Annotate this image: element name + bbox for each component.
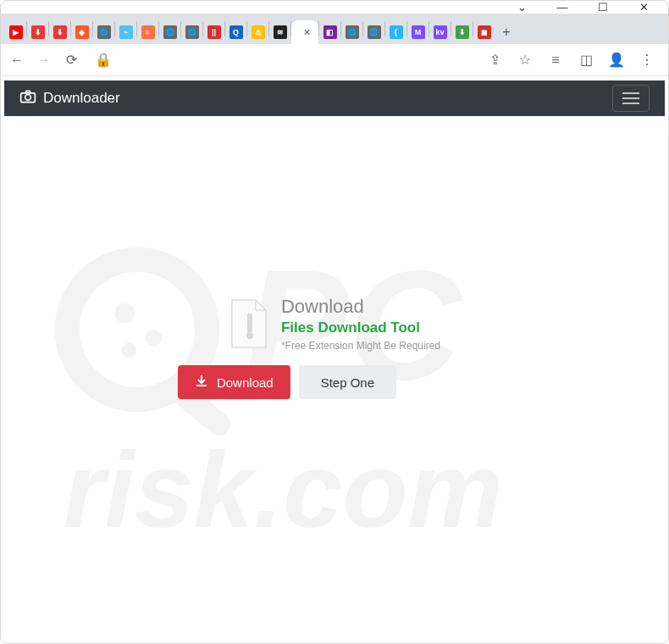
browser-tab[interactable]: ◆: [71, 20, 92, 44]
tab-favicon: 🌐: [368, 25, 381, 39]
tab-favicon: ~: [119, 25, 133, 39]
reload-button[interactable]: ⟳: [63, 52, 80, 68]
tab-favicon: 🌐: [163, 25, 177, 39]
tab-favicon: ≋: [274, 25, 287, 39]
svg-text:risk.com: risk.com: [63, 430, 502, 543]
browser-tab[interactable]: ⬇: [49, 20, 70, 44]
browser-tab[interactable]: 🌐: [181, 20, 202, 44]
window-maximize-button[interactable]: ☐: [594, 1, 611, 14]
site-brand[interactable]: Downloader: [19, 89, 120, 108]
browser-tab[interactable]: Q: [225, 20, 246, 44]
browser-tab[interactable]: ◧: [319, 20, 340, 44]
camera-icon: [19, 89, 36, 108]
site-header: Downloader: [4, 80, 665, 116]
back-button[interactable]: ←: [8, 53, 25, 68]
browser-tab-active[interactable]: ✕: [291, 20, 318, 44]
tab-close-icon[interactable]: ✕: [303, 27, 311, 38]
tab-favicon: ◼: [478, 25, 491, 39]
browser-tab[interactable]: kv: [429, 20, 451, 44]
tab-favicon: Q: [229, 25, 243, 39]
browser-tab[interactable]: ⚠: [247, 20, 268, 44]
svg-point-10: [246, 332, 253, 339]
browser-toolbar: ← → ⟳ 🔒 ⇪ ☆ ≡ ◫ 👤 ⋮: [0, 44, 669, 76]
tab-favicon: ⚠: [252, 25, 265, 39]
tab-favicon: ||: [207, 25, 221, 39]
tab-favicon: ◆: [75, 25, 89, 39]
download-title: Download: [281, 296, 440, 318]
tab-favicon: ≡: [141, 25, 155, 39]
step-one-button[interactable]: Step One: [299, 365, 396, 399]
browser-tab[interactable]: ~: [115, 20, 136, 44]
download-card: Download Files Download Tool *Free Exten…: [229, 296, 440, 399]
download-subtitle: Files Download Tool: [281, 319, 440, 336]
download-button-label: Download: [217, 375, 274, 390]
tab-favicon: ⬇: [53, 25, 67, 39]
browser-tab[interactable]: (: [385, 20, 406, 44]
browser-tabstrip: ▶⬇⬇◆🌐~≡🌐🌐||Q⚠≋✕◧🌐🌐(Mkv⬇◼+: [0, 14, 669, 44]
bookmark-star-button[interactable]: ☆: [517, 52, 534, 68]
browser-tab[interactable]: 🌐: [341, 20, 362, 44]
hamburger-menu-button[interactable]: [612, 85, 650, 112]
browser-tab[interactable]: ≡: [137, 20, 158, 44]
reading-list-button[interactable]: ≡: [547, 53, 564, 68]
browser-tab[interactable]: ≋: [269, 20, 290, 44]
window-dropdown-icon[interactable]: ⌄: [513, 1, 530, 14]
svg-point-5: [121, 342, 135, 357]
browser-tab[interactable]: ▶: [5, 20, 26, 44]
svg-rect-11: [196, 385, 207, 386]
window-minimize-button[interactable]: —: [554, 1, 571, 14]
browser-tab[interactable]: 🌐: [159, 20, 180, 44]
browser-tab[interactable]: ||: [203, 20, 224, 44]
download-button[interactable]: Download: [178, 365, 290, 399]
tab-favicon: ⬇: [456, 25, 469, 39]
kebab-menu-button[interactable]: ⋮: [639, 52, 655, 68]
tab-favicon: 🌐: [185, 25, 199, 39]
window-titlebar: ⌄ — ☐ ✕: [0, 0, 669, 14]
browser-tab[interactable]: M: [407, 20, 428, 44]
share-button[interactable]: ⇪: [486, 52, 503, 68]
tab-favicon: M: [412, 25, 425, 39]
new-tab-button[interactable]: +: [495, 20, 518, 44]
browser-tab[interactable]: ◼: [473, 20, 495, 44]
tab-favicon: 🌐: [346, 25, 359, 39]
tab-favicon: ▶: [9, 25, 23, 39]
step-one-button-label: Step One: [321, 375, 374, 390]
svg-point-4: [146, 330, 162, 346]
file-zip-icon: [229, 298, 269, 349]
profile-avatar-button[interactable]: 👤: [608, 52, 625, 68]
browser-tab[interactable]: ⬇: [451, 20, 473, 44]
forward-button[interactable]: →: [36, 53, 53, 68]
window-close-button[interactable]: ✕: [635, 1, 652, 14]
tab-favicon: ◧: [323, 25, 337, 39]
tab-favicon: ⬇: [31, 25, 45, 39]
browser-tab[interactable]: 🌐: [93, 20, 114, 44]
download-note: *Free Extension Might Be Required: [281, 340, 440, 352]
brand-label: Downloader: [43, 90, 120, 107]
page-content: PC risk.com Download Files Download Tool…: [0, 120, 669, 637]
tab-favicon: 🌐: [97, 25, 111, 39]
svg-point-1: [25, 94, 31, 100]
lock-icon: 🔒: [95, 52, 112, 68]
svg-point-3: [115, 303, 135, 323]
browser-tab[interactable]: ⬇: [27, 20, 48, 44]
tab-favicon: (: [390, 25, 403, 39]
svg-rect-9: [247, 314, 252, 332]
side-panel-button[interactable]: ◫: [578, 52, 594, 68]
tab-favicon: kv: [434, 25, 447, 39]
download-icon: [195, 375, 208, 391]
browser-tab[interactable]: 🌐: [363, 20, 384, 44]
